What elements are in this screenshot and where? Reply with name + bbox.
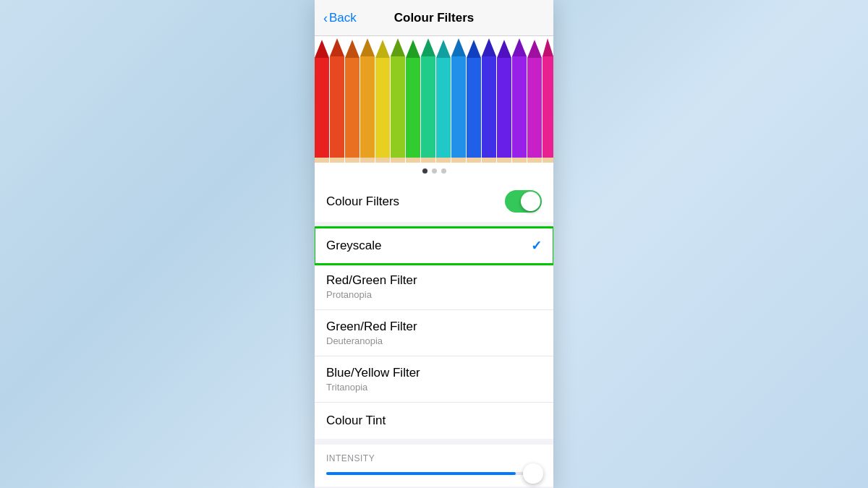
svg-rect-26 [436,158,451,163]
colour-filters-row: Colour Filters [315,181,553,222]
page-dots [315,163,553,181]
svg-marker-10 [360,38,375,56]
intensity-slider-thumb[interactable] [523,463,543,484]
intensity-slider-track [326,472,542,475]
filter-text-colour-tint: Colour Tint [326,414,386,428]
svg-rect-11 [360,158,375,163]
svg-rect-38 [497,158,511,163]
svg-marker-33 [482,56,496,163]
svg-marker-4 [330,38,344,56]
svg-rect-8 [345,158,359,163]
svg-marker-37 [497,40,511,58]
svg-rect-17 [391,158,405,163]
svg-marker-22 [421,38,435,56]
filter-row-greyscale[interactable]: Greyscale ✓ [315,228,553,264]
svg-marker-13 [375,40,390,58]
dot-3 [441,168,446,174]
checkmark-greyscale: ✓ [531,238,542,254]
svg-rect-14 [375,158,390,163]
intensity-section: INTENSITY [315,445,553,487]
svg-rect-35 [482,158,496,163]
svg-marker-40 [512,38,527,56]
svg-rect-41 [512,158,527,163]
filter-sub-green-red: Deuteranopia [326,335,417,346]
svg-marker-7 [345,40,359,58]
colour-filters-section: Colour Filters [315,181,553,222]
filter-name-greyscale: Greyscale [326,239,382,253]
svg-marker-27 [451,56,466,163]
svg-marker-1 [315,40,329,58]
svg-rect-29 [451,158,466,163]
pencils-svg [315,36,553,163]
svg-rect-2 [315,158,329,163]
filter-row-blue-yellow[interactable]: Blue/Yellow Filter Tritanopia [315,356,553,403]
svg-marker-15 [391,56,405,163]
filter-sub-red-green: Protanopia [326,289,417,300]
svg-marker-3 [330,56,344,163]
filter-sub-blue-yellow: Tritanopia [326,382,420,393]
filter-name-colour-tint: Colour Tint [326,414,386,428]
svg-marker-9 [360,56,375,163]
filter-name-red-green: Red/Green Filter [326,273,417,288]
svg-marker-21 [421,56,435,163]
back-chevron-icon: ‹ [323,12,328,25]
filter-text-green-red: Green/Red Filter Deuteranopia [326,320,417,346]
filter-row-colour-tint[interactable]: Colour Tint [315,403,553,439]
svg-marker-16 [391,38,405,56]
intensity-label: INTENSITY [326,453,542,463]
svg-marker-0 [315,58,329,163]
colour-filters-label: Colour Filters [326,194,399,209]
svg-rect-32 [467,158,481,163]
filter-text-greyscale: Greyscale [326,239,382,253]
svg-marker-31 [467,40,481,58]
svg-marker-46 [542,38,553,56]
svg-rect-20 [406,158,420,163]
svg-marker-19 [406,40,420,58]
svg-marker-30 [467,58,481,163]
svg-marker-18 [406,58,420,163]
svg-rect-44 [527,158,542,163]
svg-marker-25 [436,40,451,58]
svg-marker-45 [542,56,553,163]
intensity-slider-fill [326,472,516,475]
filter-text-red-green: Red/Green Filter Protanopia [326,273,417,300]
pencils-image [315,36,553,163]
filter-row-red-green[interactable]: Red/Green Filter Protanopia [315,264,553,310]
back-button[interactable]: ‹ Back [323,11,357,25]
svg-marker-24 [436,58,451,163]
dot-2 [432,168,437,174]
colour-filters-toggle[interactable] [505,190,542,213]
svg-marker-43 [527,40,542,58]
svg-marker-28 [451,38,466,56]
svg-marker-6 [345,58,359,163]
dot-1 [422,168,427,174]
svg-marker-42 [527,58,542,163]
navigation-bar: ‹ Back Colour Filters [315,0,553,36]
filter-options-section: Greyscale ✓ Red/Green Filter Protanopia … [315,228,553,439]
filter-name-blue-yellow: Blue/Yellow Filter [326,366,420,380]
svg-marker-36 [497,58,511,163]
phone-panel: ‹ Back Colour Filters [315,0,553,488]
back-label: Back [329,11,357,25]
page-title: Colour Filters [394,11,475,25]
svg-rect-23 [421,158,435,163]
svg-rect-5 [330,158,344,163]
svg-marker-39 [512,56,527,163]
svg-rect-47 [542,158,553,163]
filter-row-green-red[interactable]: Green/Red Filter Deuteranopia [315,310,553,356]
filter-name-green-red: Green/Red Filter [326,320,417,334]
svg-marker-12 [375,58,390,163]
svg-marker-34 [482,38,496,56]
toggle-knob [521,192,540,211]
filter-text-blue-yellow: Blue/Yellow Filter Tritanopia [326,366,420,393]
